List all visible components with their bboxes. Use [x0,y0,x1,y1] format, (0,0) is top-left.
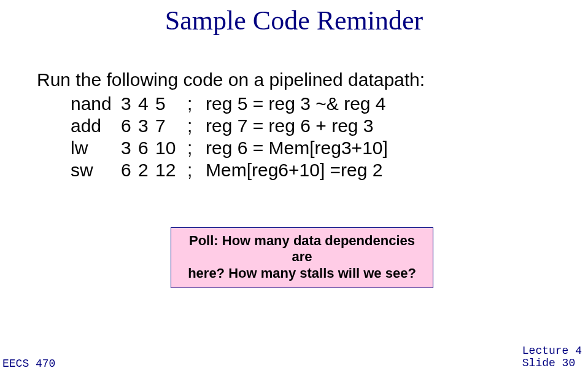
poll-line-2: here? How many stalls will we see? [177,265,427,281]
body: Run the following code on a pipelined da… [37,69,552,181]
comment: reg 7 = reg 6 + reg 3 [206,115,374,137]
opcode: sw [71,159,121,181]
footer-slide-info: Lecture 4 Slide 30 [522,345,582,370]
footer-slide: Slide 30 [522,357,582,370]
code-row: add 6 3 7 ; reg 7 = reg 6 + reg 3 [71,115,552,137]
opcode: lw [71,137,121,159]
arg3: 10 [155,137,187,159]
footer-course: EECS 470 [2,358,55,370]
arg1: 3 [121,93,138,115]
footer-lecture: Lecture 4 [522,345,582,358]
arg2: 2 [138,159,155,181]
code-block: nand 3 4 5 ; reg 5 = reg 3 ~& reg 4 add … [71,93,552,181]
arg1: 6 [121,115,138,137]
intro-text: Run the following code on a pipelined da… [37,69,552,90]
arg1: 3 [121,137,138,159]
opcode: nand [71,93,121,115]
code-row: nand 3 4 5 ; reg 5 = reg 3 ~& reg 4 [71,93,552,115]
code-row: sw 6 2 12 ; Mem[reg6+10] =reg 2 [71,159,552,181]
sep: ; [187,159,206,181]
arg3: 5 [155,93,187,115]
opcode: add [71,115,121,137]
comment: reg 5 = reg 3 ~& reg 4 [206,93,386,115]
sep: ; [187,137,206,159]
poll-box: Poll: How many data dependencies are her… [171,227,433,288]
arg3: 7 [155,115,187,137]
arg2: 3 [138,115,155,137]
arg1: 6 [121,159,138,181]
sep: ; [187,115,206,137]
slide: Sample Code Reminder Run the following c… [0,0,588,376]
arg2: 6 [138,137,155,159]
slide-title: Sample Code Reminder [0,0,588,36]
arg3: 12 [155,159,187,181]
comment: Mem[reg6+10] =reg 2 [206,159,383,181]
sep: ; [187,93,206,115]
comment: reg 6 = Mem[reg3+10] [206,137,388,159]
code-row: lw 3 6 10 ; reg 6 = Mem[reg3+10] [71,137,552,159]
arg2: 4 [138,93,155,115]
poll-line-1: Poll: How many data dependencies are [177,233,427,265]
